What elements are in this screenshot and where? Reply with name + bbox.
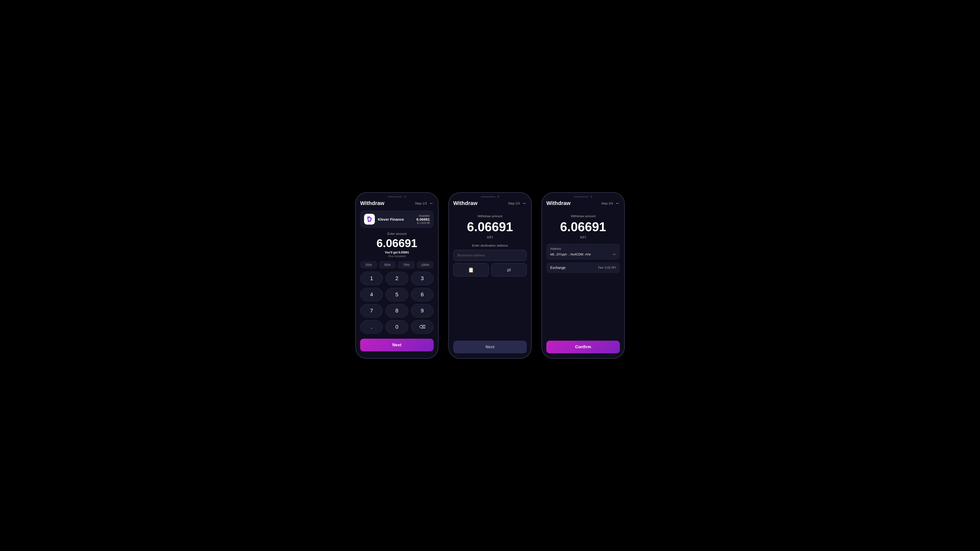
notch-dot-3 <box>590 196 592 198</box>
withdraw-amount-label-3: Withdraw amount <box>546 214 620 218</box>
withdraw-amount-section-2: Withdraw amount 6.06691 KFI <box>453 210 527 242</box>
edit-icon[interactable]: ✏ <box>613 252 616 256</box>
enter-amount-label: Enter amount <box>360 232 434 236</box>
pct-100[interactable]: 100% <box>417 261 434 268</box>
next-button-2[interactable]: Next <box>453 341 527 353</box>
num-7[interactable]: 7 <box>360 304 383 318</box>
notch-bar-3 <box>542 193 624 199</box>
address-card: Address kt6...DYcpyf› ...%o4CDW: ≡Vw ✏ <box>546 244 620 260</box>
notch-bar-2 <box>449 193 531 199</box>
exchange-label: Exchange <box>550 266 565 270</box>
num-3[interactable]: 3 <box>411 272 434 285</box>
num-1[interactable]: 1 <box>360 272 383 285</box>
notch-pill-3 <box>574 196 589 197</box>
address-card-label: Address <box>550 247 616 251</box>
pct-25[interactable]: 25% <box>360 261 377 268</box>
asset-left: Klever Finance <box>364 214 404 225</box>
paste-button[interactable]: 📋 <box>453 263 489 276</box>
percent-row: 25% 50% 75% 100% <box>360 261 434 268</box>
withdraw-currency-2: KFI <box>453 235 527 239</box>
withdraw-amount-section-3: Withdraw amount 6.06691 KFI <box>546 210 620 242</box>
address-input-wrapper <box>453 250 527 261</box>
phone-2: Withdraw Step 2/3 ← Withdraw amount 6.06… <box>449 192 531 359</box>
num-4[interactable]: 4 <box>360 288 383 302</box>
header-2: Withdraw Step 2/3 ← <box>453 199 527 206</box>
page-title-2: Withdraw <box>453 200 477 206</box>
numpad: 1 2 3 4 5 6 7 8 9 . 0 ⌫ <box>360 272 434 334</box>
backspace-button[interactable]: ⌫ <box>411 320 434 334</box>
withdraw-amount-label-2: Withdraw amount <box>453 214 527 218</box>
amount-display-1: 6.06691 <box>360 237 434 250</box>
pct-75[interactable]: 75% <box>398 261 415 268</box>
available-label: Available <box>417 214 430 217</box>
num-2[interactable]: 2 <box>385 272 408 285</box>
header-3: Withdraw Step 3/3 ← <box>546 199 620 206</box>
clipboard-icon: 📋 <box>468 267 474 273</box>
header-1: Withdraw Step 1/3 ← <box>360 199 434 206</box>
address-value: kt6...DYcpyf› ...%o4CDW: ≡Vw <box>550 253 591 256</box>
confirm-section: Address kt6...DYcpyf› ...%o4CDW: ≡Vw ✏ E… <box>546 244 620 275</box>
swap-icon: ⇄ <box>507 267 511 273</box>
confirm-button[interactable]: Confirm <box>546 341 620 353</box>
notch-pill <box>388 196 402 197</box>
exchange-row: Exchange Fee: 0.01 KFI <box>550 266 616 270</box>
withdraw-currency-3: KFI <box>546 235 620 239</box>
phone-1: Withdraw Step 1/3 ← Klever Finance Avail… <box>355 192 439 359</box>
page-title-1: Withdraw <box>360 200 384 206</box>
num-9[interactable]: 9 <box>411 304 434 318</box>
step-label-3: Step 3/3 <box>601 202 613 205</box>
num-8[interactable]: 8 <box>385 304 408 318</box>
asset-icon <box>364 214 375 225</box>
next-button-1[interactable]: Next <box>360 339 434 351</box>
destination-label: Enter destination address <box>453 244 527 247</box>
youll-get: You'll get 6.05691 <box>360 251 434 254</box>
page-title-3: Withdraw <box>546 200 571 206</box>
asset-card: Klever Finance Available 6.06691 $ 1,819… <box>360 210 434 228</box>
notch-pill-2 <box>481 196 495 197</box>
num-dot[interactable]: . <box>360 320 383 334</box>
address-card-value: kt6...DYcpyf› ...%o4CDW: ≡Vw ✏ <box>550 252 616 256</box>
notch-dot <box>404 196 406 198</box>
notch-bar-1 <box>356 193 438 199</box>
notch-dot-2 <box>497 196 499 198</box>
step-label-2: Step 2/3 <box>508 202 520 205</box>
withdraw-amount-big-2: 6.06691 <box>453 219 527 234</box>
asset-name: Klever Finance <box>378 217 404 221</box>
asset-balance: Available 6.06691 $ 1,819.48 <box>417 214 430 224</box>
num-6[interactable]: 6 <box>411 288 434 302</box>
num-0[interactable]: 0 <box>385 320 408 334</box>
phone-3: Withdraw Step 3/3 ← Withdraw amount 6.06… <box>541 192 625 359</box>
fee-value: Fee: 0.01 KFI <box>598 266 616 269</box>
back-button-3[interactable]: ← <box>616 201 620 206</box>
available-amount: 6.06691 <box>417 217 430 221</box>
available-usd: $ 1,819.48 <box>417 221 430 224</box>
action-row: 📋 ⇄ <box>453 263 527 276</box>
back-button-2[interactable]: ← <box>522 201 527 206</box>
step-label-1: Step 1/3 <box>415 202 427 205</box>
fee-note: (Fee Included) <box>360 255 434 257</box>
withdraw-amount-big-3: 6.06691 <box>546 219 620 234</box>
num-5[interactable]: 5 <box>385 288 408 302</box>
exchange-card: Exchange Fee: 0.01 KFI <box>546 262 620 273</box>
back-button-1[interactable]: ← <box>429 201 434 206</box>
pct-50[interactable]: 50% <box>379 261 396 268</box>
address-input[interactable] <box>453 250 527 261</box>
swap-button[interactable]: ⇄ <box>491 263 527 276</box>
